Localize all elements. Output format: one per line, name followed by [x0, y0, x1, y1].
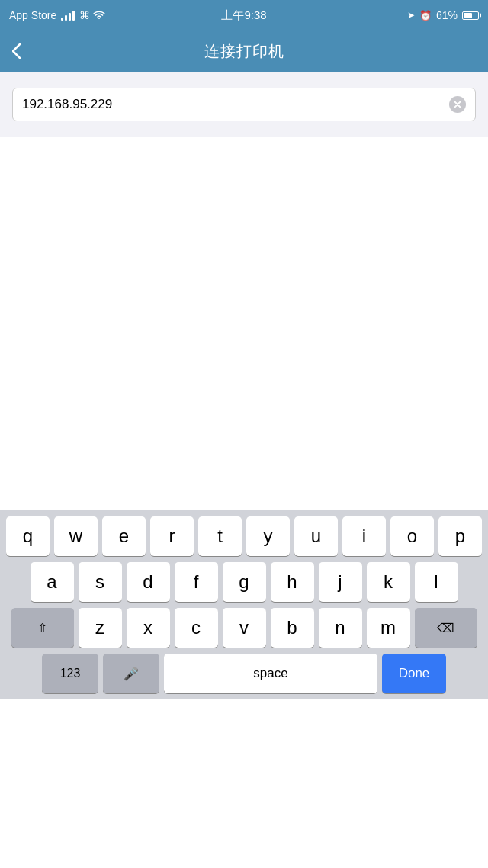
key-p[interactable]: p: [438, 516, 482, 556]
keyboard-row-1: q w e r t y u i o p: [3, 516, 485, 556]
wifi-icon: ⌘: [79, 9, 105, 21]
key-o[interactable]: o: [390, 516, 434, 556]
key-w[interactable]: w: [54, 516, 98, 556]
key-u[interactable]: u: [294, 516, 338, 556]
key-n[interactable]: n: [319, 608, 362, 648]
key-v[interactable]: v: [223, 608, 266, 648]
key-t[interactable]: t: [198, 516, 242, 556]
keyboard-row-4: 123 🎤 space Done: [3, 654, 485, 693]
key-h[interactable]: h: [271, 562, 314, 602]
keyboard: q w e r t y u i o p a s d f g h j k l ⇧ …: [0, 510, 488, 699]
page-title: 连接打印机: [204, 41, 284, 62]
ip-input-container[interactable]: [12, 88, 476, 121]
battery-icon: [462, 11, 479, 20]
keyboard-row-2: a s d f g h j k l: [3, 562, 485, 602]
key-i[interactable]: i: [342, 516, 386, 556]
delete-icon: ⌫: [437, 621, 454, 635]
clear-button[interactable]: [449, 96, 466, 113]
key-y[interactable]: y: [246, 516, 290, 556]
alarm-icon: ⏰: [419, 10, 432, 21]
mic-key[interactable]: 🎤: [103, 654, 159, 693]
keyboard-row-3: ⇧ z x c v b n m ⌫: [3, 608, 485, 648]
key-d[interactable]: d: [127, 562, 170, 602]
key-k[interactable]: k: [367, 562, 410, 602]
location-icon: ➤: [407, 10, 415, 21]
shift-key[interactable]: ⇧: [11, 608, 74, 648]
key-q[interactable]: q: [6, 516, 50, 556]
key-f[interactable]: f: [175, 562, 218, 602]
key-s[interactable]: s: [79, 562, 122, 602]
key-e[interactable]: e: [102, 516, 146, 556]
key-g[interactable]: g: [223, 562, 266, 602]
status-right: ➤ ⏰ 61%: [407, 9, 479, 21]
status-bar: App Store ⌘ 上午9:38 ➤ ⏰ 61%: [0, 0, 488, 31]
key-x[interactable]: x: [127, 608, 170, 648]
carrier-label: App Store: [9, 9, 56, 21]
battery-percent: 61%: [436, 9, 458, 21]
key-r[interactable]: r: [150, 516, 194, 556]
key-a[interactable]: a: [30, 562, 74, 602]
ip-address-input[interactable]: [22, 97, 449, 112]
done-key[interactable]: Done: [382, 654, 446, 693]
back-button[interactable]: [12, 43, 21, 59]
svg-point-0: [98, 18, 100, 19]
key-j[interactable]: j: [319, 562, 362, 602]
status-time: 上午9:38: [221, 8, 266, 23]
shift-icon: ⇧: [37, 621, 47, 635]
content-area: [0, 72, 488, 137]
key-l[interactable]: l: [415, 562, 458, 602]
key-m[interactable]: m: [367, 608, 410, 648]
main-content: [0, 137, 488, 510]
delete-key[interactable]: ⌫: [415, 608, 477, 648]
status-left: App Store ⌘: [9, 9, 105, 21]
key-c[interactable]: c: [175, 608, 218, 648]
space-key[interactable]: space: [164, 654, 377, 693]
mic-icon: 🎤: [124, 667, 139, 681]
key-b[interactable]: b: [271, 608, 314, 648]
key-z[interactable]: z: [79, 608, 122, 648]
nav-bar: 连接打印机: [0, 31, 488, 72]
numbers-key[interactable]: 123: [42, 654, 98, 693]
signal-icon: [61, 10, 75, 21]
